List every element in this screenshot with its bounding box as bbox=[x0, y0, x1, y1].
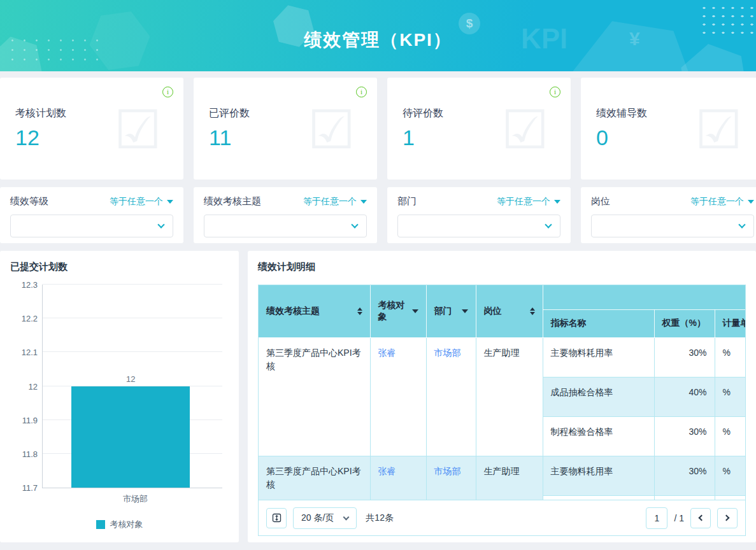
filter-panel-1: 绩效考核主题 等于任意一个 bbox=[194, 187, 377, 243]
col-header-dept[interactable]: 部门 bbox=[426, 285, 476, 337]
next-page-button[interactable] bbox=[717, 508, 738, 528]
clipboard-check-watermark-icon: ☑ bbox=[501, 103, 549, 157]
col-header-topic[interactable]: 绩效考核主题 bbox=[259, 285, 370, 337]
info-icon[interactable]: i bbox=[162, 87, 173, 97]
info-icon[interactable]: i bbox=[550, 87, 560, 97]
table-row: 第三季度产品中心KPI考核张睿市场部生产助理主要物料耗用率30%% bbox=[259, 337, 745, 377]
col-header-name[interactable]: 指标名称 bbox=[543, 309, 654, 337]
clipboard-check-watermark-icon: ☑ bbox=[308, 103, 355, 157]
filter-panel-3: 岗位 等于任意一个 bbox=[581, 187, 756, 243]
table-scroll-area[interactable]: 绩效考核主题考核对象部门岗位指标名称权重（%）计量单位第三季度产品中心KPI考核… bbox=[259, 285, 745, 500]
cell-weight: 30% bbox=[654, 416, 715, 456]
plan-detail-panel: 绩效计划明细 绩效考核主题考核对象部门岗位指标名称权重（%）计量单位第三季度产品… bbox=[248, 251, 756, 542]
prev-page-button[interactable] bbox=[690, 508, 711, 528]
pagination-bar: 20 条/页 共12条 1 / 1 bbox=[259, 500, 745, 535]
chart-title: 已提交计划数 bbox=[10, 261, 229, 273]
chevron-right-icon bbox=[724, 515, 730, 521]
person-link[interactable]: 张睿 bbox=[378, 466, 396, 476]
kpi-dashboard-page: KPI ¥ $ 绩效管理（KPI） i ☑ 考核计划数 12 i ☑ 已评价数 … bbox=[0, 0, 756, 550]
cell-unit: % bbox=[715, 416, 745, 456]
chevron-down-icon bbox=[738, 221, 745, 228]
col-header-post[interactable]: 岗位 bbox=[476, 285, 543, 337]
table-title: 绩效计划明细 bbox=[258, 261, 746, 273]
sort-icon[interactable] bbox=[530, 307, 535, 315]
y-tick-label: 11.8 bbox=[12, 449, 38, 459]
cell-post: 生产助理 bbox=[476, 337, 543, 456]
page-title: 绩效管理（KPI） bbox=[0, 28, 756, 52]
pagination-right: 1 / 1 bbox=[646, 507, 738, 529]
stat-card-3: ☑ 绩效辅导数 0 bbox=[581, 78, 756, 180]
triangle-down-icon bbox=[167, 200, 173, 204]
filter-label: 绩效等级 bbox=[10, 195, 48, 208]
filters-row: 绩效等级 等于任意一个 绩效考核主题 等于任意一个 部门 等于任意一个 bbox=[0, 187, 756, 243]
dept-link[interactable]: 市场部 bbox=[434, 466, 461, 476]
filter-operator-link[interactable]: 等于任意一个 bbox=[110, 196, 173, 208]
gridline bbox=[43, 351, 222, 352]
bar-chart-plot: 11.711.811.91212.112.212.3 12 bbox=[42, 285, 222, 488]
chevron-down-icon bbox=[157, 221, 164, 228]
filter-triangle-icon[interactable] bbox=[462, 309, 468, 313]
page-total-label: / 1 bbox=[674, 513, 684, 523]
cell-person: 张睿 bbox=[370, 456, 426, 500]
filter-operator-link[interactable]: 等于任意一个 bbox=[303, 196, 367, 208]
filter-panel-0: 绩效等级 等于任意一个 bbox=[0, 187, 183, 243]
y-tick-label: 12 bbox=[12, 382, 38, 391]
y-tick-label: 11.7 bbox=[12, 483, 38, 493]
filter-label: 绩效考核主题 bbox=[204, 195, 261, 208]
bar-chart: 11.711.811.91212.112.212.3 12 bbox=[10, 285, 229, 488]
page-number-input[interactable]: 1 bbox=[646, 507, 667, 529]
y-tick-label: 12.3 bbox=[12, 280, 38, 290]
cell-unit: % bbox=[715, 456, 745, 495]
cell-weight: 40% bbox=[654, 495, 715, 500]
cell-unit: % bbox=[715, 337, 745, 377]
filter-triangle-icon[interactable] bbox=[412, 309, 418, 313]
clipboard-check-watermark-icon: ☑ bbox=[695, 103, 743, 157]
clipboard-check-watermark-icon: ☑ bbox=[114, 103, 162, 157]
page-size-select[interactable]: 20 条/页 bbox=[293, 507, 357, 529]
filter-label: 部门 bbox=[397, 195, 417, 208]
filter-value-select[interactable] bbox=[204, 215, 367, 237]
cell-indicator-name: 主要物料耗用率 bbox=[543, 337, 654, 377]
table-wrapper: 绩效考核主题考核对象部门岗位指标名称权重（%）计量单位第三季度产品中心KPI考核… bbox=[258, 285, 746, 536]
cell-post: 生产助理 bbox=[476, 456, 543, 500]
info-icon[interactable]: i bbox=[356, 87, 367, 97]
stat-card-0: i ☑ 考核计划数 12 bbox=[0, 78, 183, 180]
cell-dept: 市场部 bbox=[426, 337, 476, 456]
stat-card-1: i ☑ 已评价数 11 bbox=[194, 78, 377, 180]
cell-weight: 30% bbox=[654, 337, 715, 377]
col-header-weight[interactable]: 权重（%） bbox=[654, 309, 715, 337]
page-size-value: 20 条/页 bbox=[301, 512, 334, 524]
col-header-unit[interactable]: 计量单位 bbox=[715, 309, 745, 337]
filter-operator-link[interactable]: 等于任意一个 bbox=[690, 196, 754, 208]
filter-label: 岗位 bbox=[591, 195, 610, 208]
cell-weight: 40% bbox=[654, 377, 715, 416]
main-content: 已提交计划数 11.711.811.91212.112.212.3 12 市场部… bbox=[0, 251, 756, 542]
chevron-down-icon bbox=[545, 221, 552, 228]
sort-icon[interactable] bbox=[357, 307, 362, 315]
triangle-down-icon bbox=[748, 200, 754, 204]
cell-person: 张睿 bbox=[370, 337, 426, 456]
filter-value-select[interactable] bbox=[591, 215, 754, 237]
plan-detail-table: 绩效考核主题考核对象部门岗位指标名称权重（%）计量单位第三季度产品中心KPI考核… bbox=[259, 285, 745, 500]
chart-legend[interactable]: 考核对象 bbox=[10, 519, 229, 530]
submitted-plans-chart-panel: 已提交计划数 11.711.811.91212.112.212.3 12 市场部… bbox=[0, 251, 239, 542]
filter-value-select[interactable] bbox=[397, 215, 560, 237]
chevron-down-icon bbox=[351, 221, 358, 228]
row-density-button[interactable] bbox=[266, 508, 287, 528]
triangle-down-icon bbox=[360, 200, 367, 204]
filter-value-select[interactable] bbox=[10, 215, 173, 237]
col-header-person[interactable]: 考核对象 bbox=[370, 285, 426, 337]
chevron-down-icon bbox=[343, 514, 350, 520]
row-density-icon bbox=[272, 513, 282, 523]
dept-link[interactable]: 市场部 bbox=[434, 348, 461, 358]
total-count-label: 共12条 bbox=[366, 512, 394, 524]
bar-marketing-dept[interactable] bbox=[71, 386, 190, 488]
cell-unit: % bbox=[715, 377, 745, 416]
filter-operator-link[interactable]: 等于任意一个 bbox=[497, 196, 560, 208]
filter-panel-2: 部门 等于任意一个 bbox=[387, 187, 571, 243]
table-row: 第三季度产品中心KPI考核张睿市场部生产助理主要物料耗用率30%% bbox=[259, 456, 745, 495]
person-link[interactable]: 张睿 bbox=[378, 348, 396, 358]
y-tick-label: 11.9 bbox=[12, 416, 38, 425]
y-tick-label: 12.1 bbox=[12, 348, 38, 357]
cell-indicator-name: 成品抽检合格率 bbox=[543, 495, 654, 500]
